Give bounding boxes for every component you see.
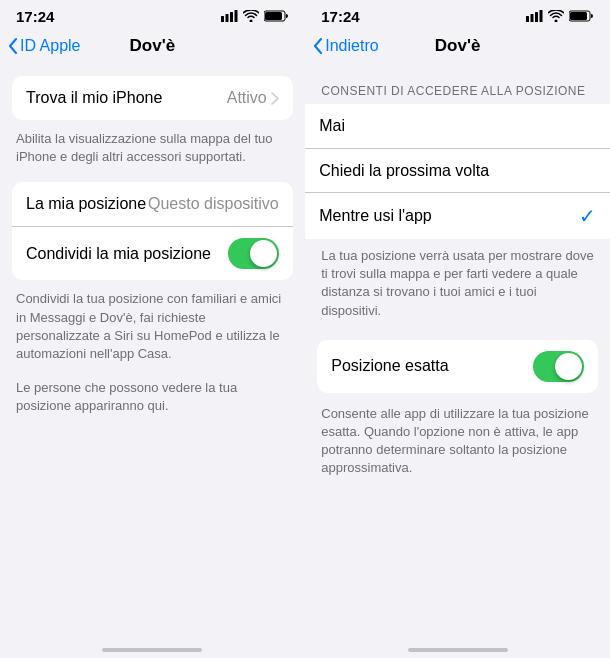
right-chevron-icon xyxy=(313,38,323,54)
option-mentre-label: Mentre usi l'app xyxy=(319,207,431,225)
location-options-section: Mai Chiedi la prossima volta Mentre usi … xyxy=(305,104,610,239)
battery-icon xyxy=(264,10,289,22)
right-home-indicator xyxy=(305,628,610,658)
svg-rect-5 xyxy=(265,12,282,20)
svg-rect-2 xyxy=(230,12,233,22)
right-nav-title: Dov'è xyxy=(435,36,481,56)
right-wifi-icon xyxy=(548,10,564,22)
left-content: Trova il mio iPhone Attivo Abilita la vi… xyxy=(0,68,305,628)
right-back-label: Indietro xyxy=(325,37,378,55)
precise-toggle-knob xyxy=(555,353,582,380)
location-section-header: CONSENTI DI ACCEDERE ALLA POSIZIONE xyxy=(305,68,610,104)
my-position-row[interactable]: La mia posizione Questo dispositivo xyxy=(12,182,293,226)
option-mai-row[interactable]: Mai xyxy=(305,104,610,148)
precise-desc: Consente alle app di utilizzare la tua p… xyxy=(305,401,610,490)
left-chevron-icon xyxy=(8,38,18,54)
option-mentre-row[interactable]: Mentre usi l'app ✓ xyxy=(305,192,610,239)
left-time: 17:24 xyxy=(16,8,54,25)
precise-toggle[interactable] xyxy=(533,351,584,382)
right-content: CONSENTI DI ACCEDERE ALLA POSIZIONE Mai … xyxy=(305,68,610,628)
svg-rect-3 xyxy=(234,10,237,22)
precise-row[interactable]: Posizione esatta xyxy=(317,340,598,393)
option-chiedi-row[interactable]: Chiedi la prossima volta xyxy=(305,148,610,192)
option-mai-label: Mai xyxy=(319,117,345,135)
my-position-value: Questo dispositivo xyxy=(148,195,279,213)
svg-rect-9 xyxy=(540,10,543,22)
precise-label: Posizione esatta xyxy=(331,357,448,375)
left-nav-bar: ID Apple Dov'è xyxy=(0,28,305,68)
right-panel: 17:24 xyxy=(305,0,610,658)
share-position-toggle[interactable] xyxy=(228,238,279,269)
svg-rect-7 xyxy=(531,14,534,22)
share-position-row: Condividi la mia posizione xyxy=(12,226,293,280)
share-position-label: Condividi la mia posizione xyxy=(26,245,211,263)
find-iphone-status: Attivo xyxy=(227,89,267,107)
find-iphone-row[interactable]: Trova il mio iPhone Attivo xyxy=(12,76,293,120)
signal-icon xyxy=(221,10,238,22)
svg-rect-0 xyxy=(221,16,224,22)
right-battery-icon xyxy=(569,10,594,22)
chevron-right-icon xyxy=(271,92,279,105)
left-panel: 17:24 xyxy=(0,0,305,658)
left-home-bar xyxy=(102,648,202,652)
wifi-icon xyxy=(243,10,259,22)
toggle-knob xyxy=(250,240,277,267)
find-iphone-section: Trova il mio iPhone Attivo xyxy=(12,76,293,120)
find-iphone-value: Attivo xyxy=(227,89,279,107)
find-iphone-desc: Abilita la visualizzazione sulla mappa d… xyxy=(0,128,305,174)
right-status-bar: 17:24 xyxy=(305,0,610,28)
find-iphone-label: Trova il mio iPhone xyxy=(26,89,162,107)
share-position-desc: Condividi la tua posizione con familiari… xyxy=(0,288,305,371)
left-status-icons xyxy=(221,10,289,22)
my-position-label: La mia posizione xyxy=(26,195,146,213)
right-back-button[interactable]: Indietro xyxy=(313,37,378,55)
my-position-status: Questo dispositivo xyxy=(148,195,279,213)
right-time: 17:24 xyxy=(321,8,359,25)
position-section: La mia posizione Questo dispositivo Cond… xyxy=(12,182,293,280)
svg-rect-11 xyxy=(570,12,587,20)
right-home-bar xyxy=(408,648,508,652)
svg-rect-1 xyxy=(225,14,228,22)
left-nav-title: Dov'è xyxy=(130,36,176,56)
svg-rect-8 xyxy=(535,12,538,22)
left-back-label: ID Apple xyxy=(20,37,80,55)
right-nav-bar: Indietro Dov'è xyxy=(305,28,610,68)
option-chiedi-label: Chiedi la prossima volta xyxy=(319,162,489,180)
left-status-bar: 17:24 xyxy=(0,0,305,28)
location-option-desc: La tua posizione verrà usata per mostrar… xyxy=(305,239,610,332)
precise-section: Posizione esatta xyxy=(317,340,598,393)
left-home-indicator xyxy=(0,628,305,658)
right-status-icons xyxy=(526,10,594,22)
share-position-desc2: Le persone che possono vedere la tua pos… xyxy=(0,371,305,427)
right-signal-icon xyxy=(526,10,543,22)
left-back-button[interactable]: ID Apple xyxy=(8,37,80,55)
svg-rect-6 xyxy=(526,16,529,22)
checkmark-icon: ✓ xyxy=(579,204,596,228)
